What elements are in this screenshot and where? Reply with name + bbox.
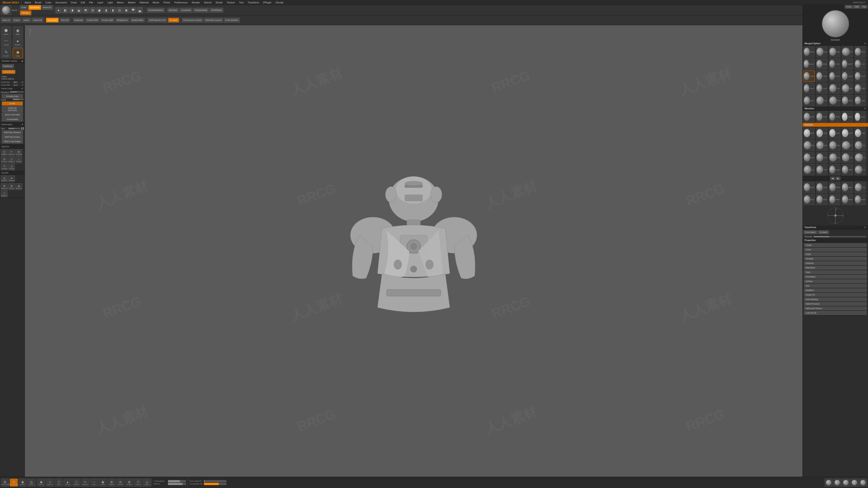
trimadj-btn[interactable]: ⊘ TrimAdj (116, 479, 125, 487)
polish-btn[interactable]: ◉ Polish (99, 479, 107, 487)
rp-brush-rotz[interactable]: RotZ (804, 194, 815, 205)
save-as-btn[interactable]: Save As (1, 18, 11, 23)
smooth-header[interactable]: Smooth (0, 171, 25, 175)
bottom-brush-5[interactable] (859, 479, 867, 487)
rp-brush-pen[interactable]: Pen (829, 83, 840, 94)
menu-layer[interactable]: Layer (95, 1, 105, 4)
rp-brush-cv[interactable]: Cv (842, 140, 853, 151)
maskpol-btn[interactable]: ⬡ MaskPol (72, 479, 81, 487)
rp-brush-creasec[interactable]: CrseC (816, 70, 828, 82)
rp-brush-lfs[interactable]: LFS (816, 95, 828, 106)
brush-shape-12[interactable]: ◚ (130, 7, 136, 13)
rp-brush-maskpe[interactable]: MaskP (842, 58, 853, 70)
menu-stroke[interactable]: Stroke (214, 1, 225, 4)
brush-item-mallet[interactable]: ◉ Mallet (13, 26, 23, 37)
trimdyn-btn[interactable]: ⊓TrimDyn (1, 164, 8, 170)
smooth2-btn[interactable]: ●Smooth (8, 175, 15, 182)
brush-preview[interactable] (1, 5, 11, 15)
create-shell-btn[interactable]: Create Shell (85, 18, 100, 23)
menu-color[interactable]: Color (43, 1, 53, 4)
groups-split-btn[interactable]: Groups Split (100, 18, 115, 23)
prev-brushes-btn[interactable]: ◀ (830, 177, 835, 180)
rp-brush-move[interactable]: Move (855, 46, 866, 57)
dam-nu-btn[interactable]: ◇ Dam_Nu (46, 479, 54, 487)
rp-brush-dam1[interactable]: Dam (804, 152, 815, 163)
rp-brush-smth-c[interactable]: Smth (829, 127, 840, 139)
menu-material[interactable]: Material (138, 1, 150, 4)
transform-header[interactable]: TransForm ▼ (803, 225, 868, 230)
detail-btn[interactable]: ◇Detail_C (1, 191, 8, 197)
rp-brush-mallet[interactable]: Mallet (816, 58, 828, 70)
alpha-texture-btn[interactable]: Alpha and Texture (804, 306, 867, 310)
size-prop-btn[interactable]: Size (804, 284, 867, 288)
brush-shape-10[interactable]: ◘ (116, 7, 123, 13)
tool-btn-dynamesh[interactable]: DynaMesh (28, 5, 41, 10)
brush-shape-6[interactable]: ◔ (89, 7, 96, 13)
menu-brush[interactable]: Brush (33, 1, 43, 4)
rp-brush-msk[interactable]: Mask (842, 164, 853, 175)
menu-stencil[interactable]: Stencil (202, 1, 213, 4)
menu-document[interactable]: Document (54, 1, 68, 4)
smooth-section-header[interactable]: Smooth ▼ (803, 123, 868, 127)
rp-brush-std2[interactable]: Std (829, 152, 840, 163)
mirror-weld-btn[interactable]: Mirror And Weld (2, 113, 23, 117)
rp-brush-inflate[interactable]: Infl (842, 46, 853, 57)
import-btn[interactable]: Import (22, 18, 31, 23)
deformation-header[interactable]: Deformation ▼ (0, 123, 25, 127)
delete-symmetry-btn[interactable]: Delete By Symmetry (2, 106, 23, 112)
rp-brush-trim[interactable]: Trim (855, 182, 866, 193)
rp-brush-smooth1[interactable]: Smth1 (842, 111, 853, 123)
menu-light[interactable]: Light (105, 1, 115, 4)
rp-brush-tri[interactable]: Tri (855, 152, 866, 163)
backface-mask-btn[interactable]: ⊟ BackFaceMask (10, 479, 18, 487)
brush-shape-8[interactable]: ◖ (103, 7, 109, 13)
clip-header[interactable]: Clip/Trim (0, 145, 25, 149)
brush-shape-1[interactable]: ● (55, 7, 62, 13)
rp-brush-curvecu1[interactable]: CurvC (829, 70, 840, 82)
brush-shape-3[interactable]: ◑ (69, 7, 75, 13)
brush-shape-13[interactable]: ◛ (137, 7, 143, 13)
subdiv-btn[interactable]: SubProjection 516 (147, 18, 167, 23)
draw-size-track[interactable] (13, 82, 18, 83)
menu-tool[interactable]: Tool (237, 1, 245, 4)
viewport-mask-btn[interactable]: ⊞ ViewportMask (1, 479, 9, 487)
rp-brush-rake[interactable]: Rake (816, 182, 828, 193)
hpullsh-btn[interactable]: ⊗ hPullsh (125, 479, 133, 487)
claytab-btn[interactable]: ▲ ClayTab (64, 479, 72, 487)
move-btn[interactable]: ↔ Move (90, 479, 98, 487)
rp-brush-marina3[interactable]: Marin (829, 194, 840, 205)
next-brushes-btn[interactable]: ▶ (836, 177, 840, 180)
rp-brush-bolt2[interactable]: Bolt (816, 140, 828, 151)
size-handle2[interactable] (23, 127, 24, 130)
bolt-btn[interactable]: ◈Bolt_Po (16, 183, 22, 190)
menu-preferences[interactable]: Preferences (173, 1, 189, 4)
lazymouse-btn[interactable]: LazyMouse (2, 70, 16, 74)
zmodeler-header[interactable]: ZModeler Snakes ▶ (0, 59, 25, 63)
sculpt-pro-btn[interactable]: Sculpt Pro (804, 293, 867, 297)
menu-marker[interactable]: Marker (126, 1, 137, 4)
groupsloops-btn[interactable]: GroupsLoops (2, 94, 23, 98)
rp-brush-slicec[interactable]: SliCn (804, 95, 815, 106)
blur-mask-btn[interactable]: BlurMask (167, 8, 179, 13)
focus-slider[interactable] (204, 480, 226, 482)
rp-brush-clamp[interactable]: Clmp (804, 182, 815, 193)
brush-shape-9[interactable]: ◗ (110, 7, 116, 13)
depth-btn[interactable]: Depth (804, 252, 867, 256)
rp-brush-curvecu3[interactable]: CurvC (855, 70, 866, 82)
from-mesh-btn[interactable]: From Mesh (804, 230, 817, 234)
smooth1-btn[interactable]: ◎Smooth (1, 175, 8, 182)
duplicate-btn[interactable]: Duplicate (73, 18, 85, 23)
press-borders-btn[interactable]: Press Borders (224, 18, 240, 23)
rp-brush-marina[interactable]: Marin (842, 182, 853, 193)
focal-shift-track[interactable] (13, 85, 18, 86)
menu-picker[interactable]: Picker (162, 1, 172, 4)
preprocess-btn[interactable]: Pre-process Current (182, 18, 203, 23)
pack-btn[interactable]: ◆ Pack_D (37, 479, 45, 487)
rp-brush-standard[interactable]: Stand (804, 46, 815, 57)
top-btn[interactable]: Top (861, 5, 867, 8)
shrink-mask-btn[interactable]: ShrinkMask (210, 8, 223, 13)
rp-brush-clipc[interactable]: ClipC (855, 83, 866, 94)
brush-item-curvetr[interactable]: ✎ CurveTr (1, 48, 11, 58)
rp-brush-sha[interactable]: Sha (842, 83, 853, 94)
screw-btn[interactable]: ⊕Screw_B (1, 183, 8, 190)
